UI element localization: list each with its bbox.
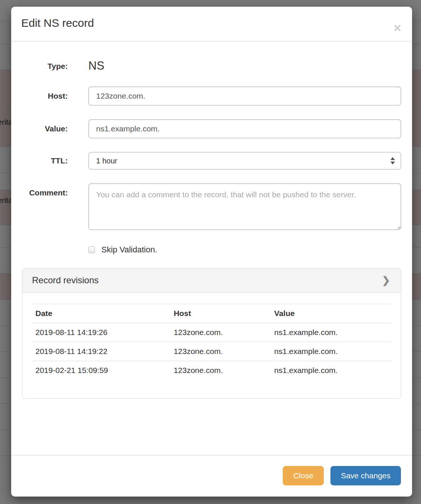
comment-form-row: Comment: xyxy=(11,183,412,232)
revisions-table: Date Host Value 2019-08-11 14:19:26 123z… xyxy=(32,304,391,380)
type-value: NS xyxy=(88,57,401,73)
comment-label: Comment: xyxy=(21,183,68,232)
record-revisions-title: Record revisions xyxy=(32,275,99,286)
revision-host: 123zone.com. xyxy=(170,361,271,380)
ttl-select[interactable]: 1 hour xyxy=(88,152,401,170)
revision-date: 2019-02-21 15:09:59 xyxy=(32,361,170,380)
ttl-form-row: TTL: 1 hour xyxy=(11,152,412,170)
skip-validation-checkbox[interactable] xyxy=(88,246,95,253)
type-form-row: Type: NS xyxy=(11,57,412,73)
table-row: 2019-08-11 14:19:26 123zone.com. ns1.exa… xyxy=(32,323,391,342)
record-revisions-body: Date Host Value 2019-08-11 14:19:26 123z… xyxy=(22,293,401,398)
table-row: 2019-08-11 14:19:22 123zone.com. ns1.exa… xyxy=(32,342,391,361)
edit-ns-record-modal: Edit NS record ✕ Type: NS Host: Value: T… xyxy=(11,7,412,497)
table-row: 2019-02-21 15:09:59 123zone.com. ns1.exa… xyxy=(32,361,391,380)
revision-value: ns1.example.com. xyxy=(271,342,391,361)
value-label: Value: xyxy=(21,119,68,138)
modal-title: Edit NS record xyxy=(21,16,402,30)
skip-validation-label: Skip Validation. xyxy=(101,245,157,255)
revisions-col-host: Host xyxy=(170,304,271,323)
host-input[interactable] xyxy=(88,86,401,106)
revision-date: 2019-08-11 14:19:22 xyxy=(32,342,170,361)
record-revisions-header[interactable]: Record revisions ❯ xyxy=(22,268,401,293)
comment-textarea[interactable] xyxy=(88,183,401,230)
host-form-row: Host: xyxy=(11,86,412,106)
chevron-right-icon: ❯ xyxy=(382,275,390,285)
revisions-col-date: Date xyxy=(32,304,170,323)
skip-validation-row: Skip Validation. xyxy=(11,245,412,255)
revisions-header-row: Date Host Value xyxy=(32,304,391,323)
host-label: Host: xyxy=(21,86,68,106)
save-changes-button[interactable]: Save changes xyxy=(330,466,401,485)
revision-host: 123zone.com. xyxy=(170,323,271,342)
value-form-row: Value: xyxy=(11,119,412,138)
value-input[interactable] xyxy=(88,119,401,138)
revision-host: 123zone.com. xyxy=(170,342,271,361)
close-icon[interactable]: ✕ xyxy=(393,25,402,32)
revision-value: ns1.example.com. xyxy=(271,361,391,380)
modal-header: Edit NS record ✕ xyxy=(11,7,412,42)
revision-date: 2019-08-11 14:19:26 xyxy=(32,323,170,342)
type-label: Type: xyxy=(21,57,68,73)
modal-footer: Close Save changes xyxy=(11,455,412,497)
record-revisions-panel: Record revisions ❯ Date Host Value xyxy=(22,268,401,399)
close-button[interactable]: Close xyxy=(283,466,324,485)
revision-value: ns1.example.com. xyxy=(271,323,391,342)
modal-body: Type: NS Host: Value: TTL: 1 hour xyxy=(11,42,412,455)
ttl-label: TTL: xyxy=(21,152,68,170)
revisions-col-value: Value xyxy=(271,304,391,323)
